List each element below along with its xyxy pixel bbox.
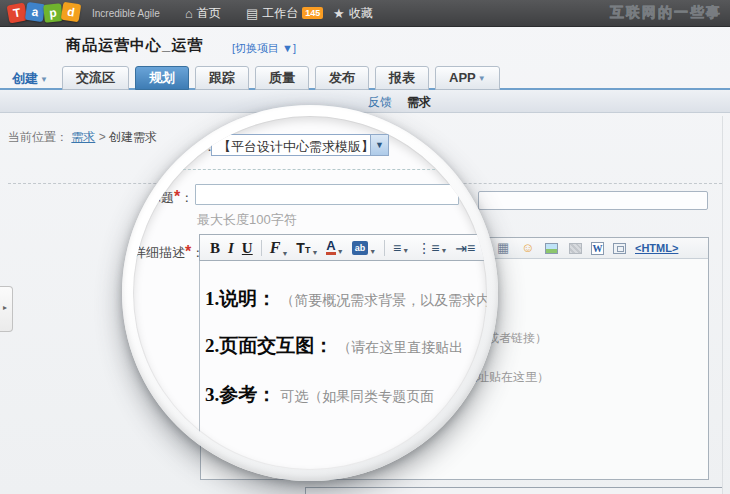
chevron-right-icon: ▸ (3, 303, 7, 312)
create-menu[interactable]: 创建▼ (12, 70, 48, 88)
tab-app-label: APP (449, 70, 476, 85)
nav-favorites[interactable]: ★收藏 (333, 5, 373, 22)
nav-favorites-label: 收藏 (349, 6, 373, 20)
chevron-down-icon: ▼ (440, 247, 447, 254)
description-label-text: 详细描述 (133, 245, 185, 260)
workbench-icon: ▤ (246, 6, 258, 21)
item-title: 说明： (219, 288, 276, 309)
breadcrumb-label: 当前位置： (8, 130, 68, 144)
page-title: 商品运营中心_运营 (66, 36, 203, 55)
item-number: 3. (205, 384, 219, 405)
size-letter: T (296, 240, 305, 256)
title-input[interactable] (195, 184, 459, 205)
nav-workbench[interactable]: ▤工作台145 (246, 5, 323, 22)
breadcrumb-current: 创建需求 (109, 130, 157, 144)
item-number: 1. (205, 288, 219, 309)
list-button[interactable]: ⋮≡▼ (417, 242, 447, 254)
align-button[interactable]: ≡▼ (393, 242, 409, 254)
highlight-icon: ab (352, 241, 369, 255)
watermark-text: 互联网的一些事 (610, 4, 722, 22)
italic-button[interactable]: I (228, 240, 234, 256)
media-icon[interactable] (569, 243, 582, 254)
nav-workbench-label: 工作台 (262, 6, 298, 20)
font-color-icon: A (326, 240, 335, 255)
list-icon: ⋮≡ (417, 242, 439, 254)
word-import-icon[interactable]: W (591, 242, 604, 255)
chevron-down-icon: ▼ (40, 75, 48, 84)
description-field-label: 详细描述*： (133, 243, 204, 262)
sidebar-collapse-toggle[interactable]: ▸ (0, 286, 13, 332)
logo-tile: T (7, 3, 28, 24)
title-input[interactable] (478, 191, 708, 210)
tapd-logo[interactable]: T a p d (8, 3, 88, 24)
logo-tile: d (61, 2, 82, 23)
chevron-down-icon: ▼ (311, 249, 318, 256)
template-select[interactable]: 【平台设计中心需求模版】 ▼ (211, 134, 389, 156)
highlight-button[interactable]: ab▼ (352, 241, 376, 255)
title-label-text: 标题 (148, 190, 174, 205)
chevron-down-icon: ▼ (281, 250, 288, 257)
nav-home-label: 首页 (197, 6, 221, 20)
switch-project-link[interactable]: [切换项目 ▼] (232, 41, 296, 56)
subnav-band: 反馈 需求 (0, 90, 730, 113)
notification-badge: 145 (302, 7, 323, 19)
editor-toolbar: B I U F▼ TT▼ A▼ ab▼ ≡▼ ⋮≡▼ ⇥≡ (199, 234, 487, 261)
chevron-down-icon: ▼ (337, 248, 344, 255)
tab-quality[interactable]: 质量 (255, 66, 309, 90)
breadcrumb-link-requirement[interactable]: 需求 (71, 130, 95, 144)
item-title: 参考： (219, 384, 276, 405)
bold-button[interactable]: B (210, 240, 220, 256)
template-select-value: 【平台设计中心需求模版】 (218, 138, 374, 156)
chevron-down-icon: ▼ (402, 247, 409, 254)
logo-tile: a (25, 2, 45, 22)
chevron-down-icon: ▼ (478, 74, 486, 83)
table-icon[interactable]: ▦ (497, 241, 509, 255)
item-description: （简要概况需求背景，以及需求内 (280, 292, 487, 308)
item-description: 可选（如果同类专题页面 (280, 388, 434, 404)
indent-button[interactable]: ⇥≡ (455, 242, 475, 254)
image-icon[interactable] (545, 243, 558, 254)
toolbar-separator (384, 240, 385, 256)
emoticon-icon[interactable]: ☺ (521, 241, 534, 255)
item-title: 页面交互图： (219, 335, 333, 356)
font-size-icon: TT (296, 240, 310, 256)
home-icon: ⌂ (185, 6, 193, 21)
logo-tile: p (43, 3, 63, 23)
label-colon: ： (180, 190, 193, 205)
subtab-feedback[interactable]: 反馈 (368, 94, 392, 111)
topbar: T a p d Incredible Agile ⌂首页 ▤工作台145 ★收藏… (0, 0, 730, 27)
toolbar-separator (261, 240, 262, 256)
tab-app[interactable]: APP▼ (435, 66, 500, 90)
html-source-link[interactable]: <HTML> (635, 242, 678, 254)
tab-exchange[interactable]: 交流区 (62, 66, 129, 90)
title-field-label: 标题*： (148, 188, 193, 207)
breadcrumb: 当前位置： 需求 > 创建需求 (8, 129, 157, 146)
align-icon: ≡ (393, 242, 401, 254)
indent-icon: ⇥≡ (455, 242, 475, 254)
item-description: （请在这里直接贴出 (337, 339, 463, 355)
item-number: 2. (205, 335, 219, 356)
tab-tracking[interactable]: 跟踪 (195, 66, 249, 90)
title-max-length-hint: 最大长度100字符 (197, 211, 297, 229)
font-color-button[interactable]: A▼ (326, 240, 343, 255)
editor-content-line: 2.页面交互图：（请在这里直接贴出 (205, 333, 463, 359)
fullscreen-icon[interactable] (613, 243, 626, 254)
underline-button[interactable]: U (242, 240, 253, 256)
tab-report[interactable]: 报表 (375, 66, 429, 90)
magnifier-lens-content: 模版： 【平台设计中心需求模版】 ▼ 标题*： 最大长度100字符 详细描述*：… (133, 116, 487, 470)
dashed-divider (153, 169, 475, 170)
font-size-button[interactable]: TT▼ (296, 240, 318, 256)
tab-release[interactable]: 发布 (315, 66, 369, 90)
font-family-button[interactable]: F▼ (270, 239, 289, 257)
editor-content-border (199, 261, 200, 470)
nav-home[interactable]: ⌂首页 (185, 5, 221, 22)
font-icon: F (270, 239, 281, 257)
tab-planning[interactable]: 规划 (135, 66, 189, 90)
tabbar: 交流区 规划 跟踪 质量 发布 报表 APP▼ (62, 66, 500, 90)
logo-tagline: Incredible Agile (92, 8, 160, 19)
subtab-requirement[interactable]: 需求 (407, 94, 431, 111)
dropdown-arrow-icon[interactable]: ▼ (370, 135, 388, 155)
editor-content-line: 3.参考：可选（如果同类专题页面 (205, 382, 434, 408)
chevron-down-icon: ▼ (369, 248, 376, 255)
next-section-edge (305, 487, 722, 494)
